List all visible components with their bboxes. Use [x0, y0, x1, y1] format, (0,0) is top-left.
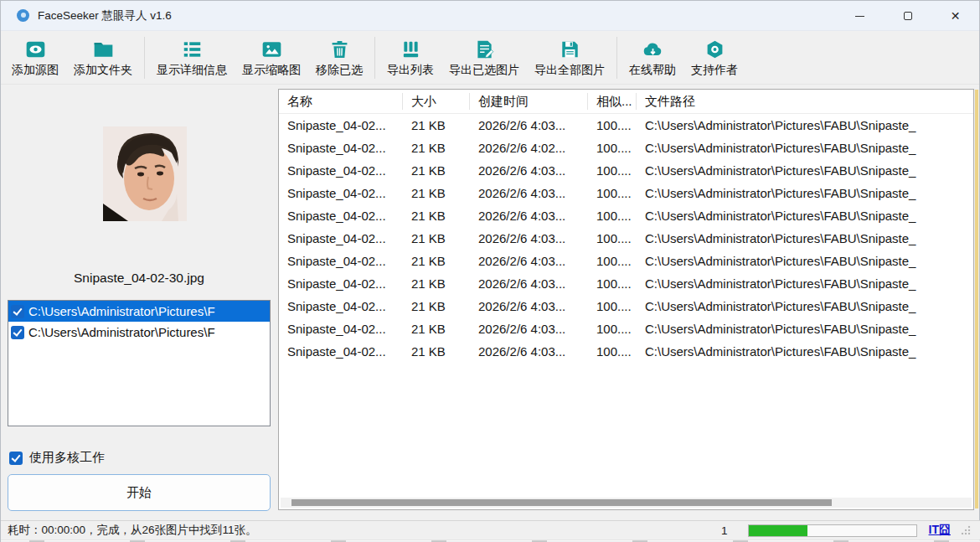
toolbar-label: 添加文件夹: [74, 63, 132, 78]
export-all-images-icon: [557, 38, 582, 61]
list-item[interactable]: C:\Users\Administrator\Pictures\F: [8, 301, 270, 322]
cell-similarity: 100....: [588, 344, 637, 359]
remove-selected-button[interactable]: 移除已选: [308, 34, 370, 82]
toolbar-label: 显示详细信息: [157, 63, 227, 78]
cell-similarity: 100....: [588, 209, 637, 223]
cell-created: 2026/2/6 4:03...: [470, 276, 588, 291]
column-header-created[interactable]: 创建时间: [470, 93, 588, 110]
table-row[interactable]: Snipaste_04-02... 21 KB 2026/2/6 4:03...…: [279, 227, 973, 250]
scrollbar-thumb[interactable]: [291, 499, 832, 506]
add-folder-icon: [90, 38, 116, 61]
cell-name: Snipaste_04-02...: [279, 209, 403, 223]
export-selected-images-icon: [472, 38, 497, 61]
maximize-button[interactable]: [884, 1, 931, 31]
titlebar: FaceSeeker 慧眼寻人 v1.6 ✕: [1, 1, 979, 31]
toolbar-separator: [144, 37, 145, 79]
remove-selected-icon: [327, 38, 352, 61]
cell-created: 2026/2/6 4:03...: [470, 163, 588, 178]
cell-similarity: 100....: [588, 322, 637, 336]
cell-created: 2026/2/6 4:03...: [470, 254, 588, 268]
toolbar-label: 添加源图: [12, 63, 59, 78]
cell-size: 21 KB: [403, 141, 470, 155]
counter-value: 1: [721, 524, 728, 537]
cell-name: Snipaste_04-02...: [279, 186, 403, 200]
cell-size: 21 KB: [403, 254, 470, 268]
table-row[interactable]: Snipaste_04-02... 21 KB 2026/2/6 4:03...…: [279, 340, 973, 363]
show-thumbnails-button[interactable]: 显示缩略图: [235, 34, 308, 82]
preview-filename: Snipaste_04-02-30.jpg: [1, 271, 277, 286]
table-row[interactable]: Snipaste_04-02... 21 KB 2026/2/6 4:03...…: [279, 114, 973, 137]
export-list-icon: [398, 38, 423, 61]
app-logo-icon: [17, 9, 29, 22]
cell-size: 21 KB: [403, 118, 470, 132]
toolbar-label: 在线帮助: [629, 63, 676, 78]
horizontal-scrollbar[interactable]: [281, 498, 972, 508]
checkbox-checked-icon[interactable]: [11, 326, 24, 339]
table-row[interactable]: Snipaste_04-02... 21 KB 2026/2/6 4:03...…: [279, 204, 973, 227]
column-header-path[interactable]: 文件路径: [637, 93, 973, 110]
cell-created: 2026/2/6 4:02...: [470, 141, 588, 155]
site-link[interactable]: IT囧: [929, 523, 951, 538]
source-folder-list[interactable]: C:\Users\Administrator\Pictures\F C:\Use…: [8, 300, 271, 426]
checkbox-checked-icon[interactable]: [11, 305, 24, 318]
minimize-button[interactable]: [836, 1, 884, 31]
thumbnails-icon: [259, 38, 284, 61]
resize-grip-icon[interactable]: [961, 525, 971, 535]
cell-size: 21 KB: [403, 163, 470, 178]
cell-similarity: 100....: [588, 254, 637, 268]
window-controls: ✕: [836, 1, 979, 31]
start-button[interactable]: 开始: [8, 474, 271, 511]
window-title: FaceSeeker 慧眼寻人 v1.6: [38, 8, 172, 23]
export-list-button[interactable]: 导出列表: [379, 34, 441, 82]
column-header-similarity[interactable]: 相似...: [588, 93, 637, 110]
export-all-images-button[interactable]: 导出全部图片: [527, 34, 612, 82]
folder-path: C:\Users\Administrator\Pictures\F: [28, 304, 215, 318]
cell-created: 2026/2/6 4:03...: [470, 322, 588, 336]
toolbar-label: 导出已选图片: [449, 63, 519, 78]
cell-path: C:\Users\Administrator\Pictures\FABU\Sni…: [637, 163, 973, 178]
toolbar-label: 显示缩略图: [242, 63, 301, 78]
cell-created: 2026/2/6 4:03...: [470, 209, 588, 223]
checkbox-checked-icon[interactable]: [9, 452, 23, 465]
online-help-button[interactable]: 在线帮助: [622, 34, 683, 82]
add-folder-button[interactable]: 添加文件夹: [66, 34, 140, 82]
cell-path: C:\Users\Administrator\Pictures\FABU\Sni…: [637, 118, 973, 132]
multicore-label: 使用多核工作: [29, 450, 105, 466]
maximize-icon: [904, 12, 912, 20]
cell-path: C:\Users\Administrator\Pictures\FABU\Sni…: [637, 322, 973, 336]
cell-name: Snipaste_04-02...: [279, 118, 403, 132]
online-help-icon: [640, 38, 665, 61]
cell-similarity: 100....: [588, 118, 637, 132]
status-message: 耗时：00:00:00，完成，从26张图片中找到11张。: [8, 523, 257, 538]
table-row[interactable]: Snipaste_04-02... 21 KB 2026/2/6 4:03...…: [279, 295, 973, 317]
column-header-size[interactable]: 大小: [403, 93, 470, 110]
statusbar-right: 1 IT囧: [721, 521, 971, 539]
cell-path: C:\Users\Administrator\Pictures\FABU\Sni…: [637, 254, 973, 268]
table-row[interactable]: Snipaste_04-02... 21 KB 2026/2/6 4:03...…: [279, 250, 973, 272]
support-author-button[interactable]: 支持作者: [683, 34, 745, 82]
cell-name: Snipaste_04-02...: [279, 344, 403, 359]
cell-size: 21 KB: [403, 322, 470, 336]
table-row[interactable]: Snipaste_04-02... 21 KB 2026/2/6 4:03...…: [279, 272, 973, 295]
results-table: 名称 大小 创建时间 相似... 文件路径 Snipaste_04-02... …: [278, 89, 974, 510]
cell-created: 2026/2/6 4:03...: [470, 344, 588, 359]
app-window: FaceSeeker 慧眼寻人 v1.6 ✕ 添加源图 添加文件夹 显示详细信息: [0, 0, 980, 542]
multicore-option[interactable]: 使用多核工作: [9, 450, 105, 466]
column-header-name[interactable]: 名称: [279, 93, 403, 110]
table-row[interactable]: Snipaste_04-02... 21 KB 2026/2/6 4:03...…: [279, 317, 973, 340]
table-row[interactable]: Snipaste_04-02... 21 KB 2026/2/6 4:03...…: [279, 159, 973, 182]
cell-similarity: 100....: [588, 231, 637, 245]
cell-path: C:\Users\Administrator\Pictures\FABU\Sni…: [637, 186, 973, 200]
toolbar-separator: [374, 37, 375, 79]
cell-name: Snipaste_04-02...: [279, 231, 403, 245]
show-details-button[interactable]: 显示详细信息: [149, 34, 235, 82]
cell-name: Snipaste_04-02...: [279, 254, 403, 268]
export-selected-images-button[interactable]: 导出已选图片: [441, 34, 527, 82]
toolbar-label: 导出列表: [387, 63, 434, 78]
table-row[interactable]: Snipaste_04-02... 21 KB 2026/2/6 4:03...…: [279, 182, 973, 204]
toolbar: 添加源图 添加文件夹 显示详细信息 显示缩略图 移除已选: [1, 32, 979, 85]
close-button[interactable]: ✕: [931, 1, 979, 31]
table-row[interactable]: Snipaste_04-02... 21 KB 2026/2/6 4:02...…: [279, 137, 973, 159]
add-source-image-button[interactable]: 添加源图: [4, 34, 66, 82]
list-item[interactable]: C:\Users\Administrator\Pictures\F: [8, 322, 270, 343]
